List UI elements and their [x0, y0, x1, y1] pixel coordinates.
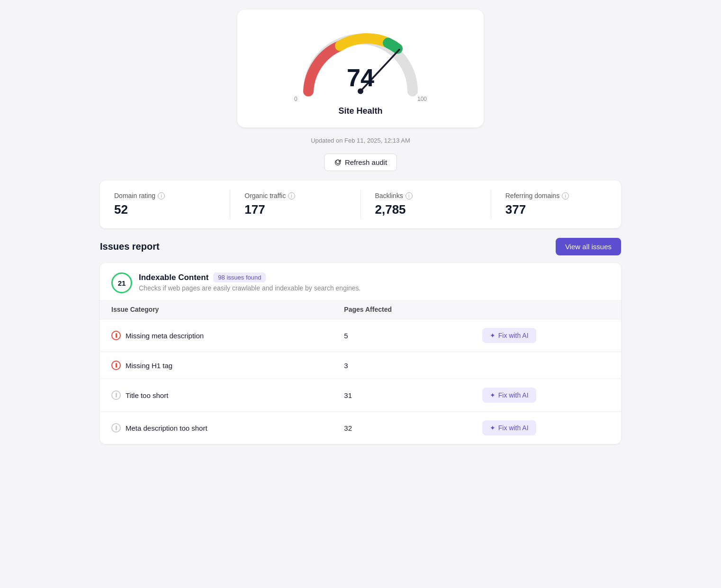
warning-icon [111, 423, 121, 433]
referring-domains-label: Referring domains [505, 192, 559, 199]
issue-name-cell: Missing H1 tag [111, 361, 321, 370]
error-icon [111, 331, 121, 340]
indexable-info: Indexable Content 98 issues found Checks… [139, 272, 361, 292]
indexable-content-card: 21 Indexable Content 98 issues found Che… [100, 263, 621, 444]
stat-backlinks: Backlinks i 2,785 [361, 190, 491, 219]
fix-button-label: Fix with AI [498, 332, 529, 339]
action-cell: ✦ Fix with AI [471, 412, 621, 444]
action-cell: ✦ Fix with AI [471, 379, 621, 412]
issues-header: Issues report View all issues [100, 238, 621, 255]
fix-button-label: Fix with AI [498, 424, 529, 432]
fix-button-label: Fix with AI [498, 391, 529, 399]
stats-row: Domain rating i 52 Organic traffic i 177… [100, 181, 621, 228]
action-cell: ✦ Fix with AI [471, 319, 621, 352]
issues-section: Issues report View all issues 21 Indexab… [100, 238, 621, 444]
col-action [471, 300, 621, 319]
stat-organic-traffic: Organic traffic i 177 [230, 190, 360, 219]
indexable-badge: 21 [111, 272, 132, 293]
indexable-title: Indexable Content [139, 273, 208, 282]
domain-rating-info-icon[interactable]: i [158, 192, 165, 199]
table-row: Missing meta description 5 ✦ Fix with AI [100, 319, 621, 352]
backlinks-label: Backlinks [375, 192, 403, 199]
backlinks-info-icon[interactable]: i [406, 192, 413, 199]
refresh-audit-button[interactable]: Refresh audit [324, 154, 397, 171]
table-row: Title too short 31 ✦ Fix with AI [100, 379, 621, 412]
fix-with-ai-button[interactable]: ✦ Fix with AI [482, 420, 536, 435]
col-issue-category: Issue Category [100, 300, 333, 319]
domain-rating-label: Domain rating [114, 192, 155, 199]
warning-icon [111, 390, 121, 400]
organic-traffic-value: 177 [244, 202, 346, 217]
organic-traffic-info-icon[interactable]: i [288, 192, 295, 199]
table-row: Missing H1 tag 3 [100, 352, 621, 379]
indexable-title-row: Indexable Content 98 issues found [139, 272, 361, 282]
refresh-button-label: Refresh audit [345, 158, 387, 166]
indexable-description: Checks if web pages are easily crawlable… [139, 284, 361, 292]
gauge-score: 74 [347, 65, 374, 90]
pages-affected-cell: 5 [333, 319, 470, 352]
backlinks-value: 2,785 [375, 202, 477, 217]
pages-affected-cell: 3 [333, 352, 470, 379]
issue-name: Meta description too short [126, 424, 207, 432]
referring-domains-info-icon[interactable]: i [562, 192, 569, 199]
ai-fix-icon: ✦ [490, 424, 496, 432]
indexable-header: 21 Indexable Content 98 issues found Che… [100, 263, 621, 300]
pages-affected-cell: 31 [333, 379, 470, 412]
stat-referring-domains: Referring domains i 377 [491, 190, 621, 219]
issue-name: Missing H1 tag [126, 362, 172, 370]
issues-table: Issue Category Pages Affected Missing me… [100, 300, 621, 444]
gauge-title: Site Health [338, 106, 382, 116]
ai-fix-icon: ✦ [490, 332, 496, 339]
col-pages-affected: Pages Affected [333, 300, 470, 319]
gauge-card: 74 0 100 Site Health [237, 9, 484, 127]
refresh-icon [334, 159, 342, 166]
view-all-issues-button[interactable]: View all issues [556, 238, 621, 255]
issue-name-cell: Title too short [111, 390, 321, 400]
gauge-wrapper: 74 [294, 24, 427, 95]
fix-with-ai-button[interactable]: ✦ Fix with AI [482, 388, 536, 403]
issue-name: Title too short [126, 391, 168, 399]
issue-name: Missing meta description [126, 332, 204, 340]
table-row: Meta description too short 32 ✦ Fix with… [100, 412, 621, 444]
pages-affected-cell: 32 [333, 412, 470, 444]
issue-name-cell: Meta description too short [111, 423, 321, 433]
referring-domains-value: 377 [505, 202, 607, 217]
fix-with-ai-button[interactable]: ✦ Fix with AI [482, 328, 536, 343]
issues-found-badge: 98 issues found [213, 272, 266, 282]
issue-name-cell: Missing meta description [111, 331, 321, 340]
organic-traffic-label: Organic traffic [244, 192, 286, 199]
ai-fix-icon: ✦ [490, 391, 496, 399]
error-icon [111, 361, 121, 370]
domain-rating-value: 52 [114, 202, 216, 217]
updated-text: Updated on Feb 11, 2025, 12:13 AM [311, 137, 410, 144]
action-cell [471, 352, 621, 379]
issues-section-title: Issues report [100, 241, 160, 252]
stat-domain-rating: Domain rating i 52 [100, 190, 230, 219]
